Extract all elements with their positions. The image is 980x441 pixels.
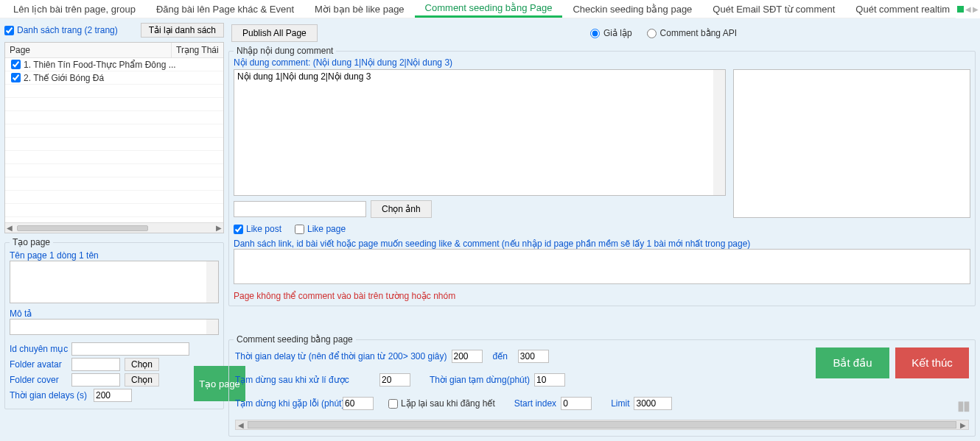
category-input[interactable] — [71, 342, 189, 356]
comment-input-group: Nhập nội dung comment Nội dung comment: … — [228, 51, 976, 306]
comment-content-label: Nội dung comment: (Nội dung 1|Nội dung 2… — [234, 57, 970, 68]
radio-fake[interactable]: Giả lập — [590, 28, 632, 38]
page-list-checkbox-input[interactable] — [4, 26, 14, 35]
pause-duration-label: Thời gian tạm dừng(phút) — [430, 375, 530, 385]
col-page[interactable]: Page — [5, 43, 172, 57]
tab-schedule-post[interactable]: Lên lịch bài trên page, group — [3, 0, 146, 18]
create-page-group: Tạo page Tên page 1 dòng 1 tên Mô tả Id … — [4, 242, 224, 409]
table-row[interactable]: 2. Thế Giới Bóng Đá — [5, 71, 223, 85]
choose-cover-button[interactable]: Chọn — [125, 373, 159, 387]
radio-api-label: Comment bằng API — [660, 28, 737, 38]
pause-duration-input[interactable] — [534, 373, 565, 387]
folder-cover-input[interactable] — [71, 373, 120, 387]
comment-content-textarea[interactable] — [234, 69, 726, 196]
image-preview-box — [733, 69, 970, 218]
seeding-settings-legend: Comment seeding bằng page — [234, 334, 356, 345]
start-index-label: Start index — [514, 398, 556, 409]
create-page-legend: Tạo page — [10, 237, 53, 247]
row-checkbox[interactable] — [11, 73, 21, 82]
repeat-label: Lặp lại sau khi đăng hết — [401, 398, 495, 409]
radio-api[interactable]: Comment bằng API — [647, 28, 737, 38]
choose-image-button[interactable]: Chọn ảnh — [371, 200, 432, 218]
seeding-settings-group: Comment seeding bằng page Thời gian dela… — [228, 339, 976, 437]
row-checkbox[interactable] — [11, 60, 21, 69]
choose-avatar-button[interactable]: Chọn — [125, 358, 159, 371]
repeat-checkbox[interactable]: Lặp lại sau khi đăng hết — [388, 398, 495, 409]
hscroll-left-icon[interactable]: ◀ — [5, 224, 14, 232]
page-list-checkbox[interactable]: Danh sách trang (2 trang) — [4, 25, 118, 35]
page-list-checkbox-label: Danh sách trang (2 trang) — [17, 25, 118, 35]
radio-api-input[interactable] — [647, 29, 657, 38]
like-page-checkbox-input[interactable] — [295, 225, 304, 234]
delay-to-word: đến — [493, 351, 508, 361]
create-delay-input[interactable] — [94, 389, 132, 402]
pause-error-label: Tạm dừng khi gặp lỗi (phút) — [235, 398, 338, 409]
pause-after-label: Tạm dừng sau khi xử lí được — [235, 375, 375, 385]
folder-avatar-input[interactable] — [71, 358, 120, 371]
page-list-header: Page Trạng Thái — [5, 43, 223, 58]
tabs-overflow: ◀ ▶ — [956, 0, 980, 18]
publish-all-button[interactable]: Publish All Page — [231, 24, 318, 42]
like-page-checkbox[interactable]: Like page — [295, 224, 346, 234]
limit-label: Limit — [611, 398, 629, 409]
hscroll-right-icon[interactable]: ▶ — [214, 224, 223, 232]
tab-post-other-page[interactable]: Đăng bài lên Page khác & Event — [146, 0, 304, 18]
radio-fake-input[interactable] — [590, 29, 600, 38]
limit-input[interactable] — [634, 397, 672, 410]
link-list-textarea[interactable] — [234, 249, 970, 284]
desc-textarea[interactable] — [10, 319, 219, 335]
like-post-checkbox-input[interactable] — [234, 225, 243, 234]
footer-hscroll-thumb[interactable] — [248, 421, 956, 428]
pause-icon: ▮▮ — [957, 398, 969, 414]
stop-button[interactable]: Kết thúc — [895, 347, 969, 378]
link-list-label: Danh sách link, id bài viết hoặc page mu… — [234, 239, 970, 249]
pause-error-input[interactable] — [343, 397, 374, 410]
image-path-input[interactable] — [234, 201, 366, 217]
start-index-input[interactable] — [561, 397, 592, 410]
pause-after-input[interactable] — [379, 373, 410, 387]
page-list-table: Page Trạng Thái 1. Thiên Tín Food-Thực P… — [4, 42, 224, 233]
footer-hscroll-left-icon[interactable]: ◀ — [236, 421, 246, 429]
folder-avatar-label: Folder avatar — [10, 359, 67, 370]
page-name-label: Tên page 1 dòng 1 tên — [10, 250, 219, 261]
tab-comment-seeding[interactable]: Comment seeding bằng Page — [415, 0, 563, 18]
footer-hscroll-right-icon[interactable]: ▶ — [958, 421, 968, 429]
row-page-name: 1. Thiên Tín Food-Thực Phẩm Đông ... — [24, 60, 176, 70]
comment-input-legend: Nhập nội dung comment — [234, 46, 336, 56]
row-page-name: 2. Thế Giới Bóng Đá — [24, 73, 104, 83]
like-page-label: Like page — [307, 224, 346, 234]
page-name-textarea[interactable] — [10, 261, 219, 303]
tab-scan-email[interactable]: Quét Email SĐT từ comment — [702, 0, 845, 18]
like-post-checkbox[interactable]: Like post — [234, 224, 281, 234]
comment-warning: Page không thể comment vào bài trên tườn… — [234, 291, 970, 301]
folder-cover-label: Folder cover — [10, 375, 67, 385]
create-delay-label: Thời gian delays (s) — [10, 390, 89, 401]
tab-checkin-seeding[interactable]: Checkin seeding bằng page — [562, 0, 702, 18]
radio-fake-label: Giả lập — [603, 28, 632, 38]
repeat-checkbox-input[interactable] — [388, 399, 398, 409]
delay-from-input[interactable] — [452, 350, 483, 363]
page-list-hscrollbar[interactable]: ◀ ▶ — [5, 222, 223, 233]
tab-scroll-right-icon[interactable]: ▶ — [973, 6, 979, 13]
delay-to-input[interactable] — [518, 350, 549, 363]
main-tabs: Lên lịch bài trên page, group Đăng bài l… — [0, 0, 980, 18]
col-status[interactable]: Trạng Thái — [172, 43, 223, 57]
footer-hscrollbar[interactable]: ◀ ▶ — [235, 420, 969, 430]
table-row[interactable]: 1. Thiên Tín Food-Thực Phẩm Đông ... — [5, 58, 223, 71]
tab-scroll-left-icon[interactable]: ◀ — [965, 6, 971, 13]
start-button[interactable]: Bắt đầu — [816, 347, 889, 378]
like-post-label: Like post — [246, 224, 281, 234]
reload-page-list-button[interactable]: Tải lại danh sách — [141, 23, 224, 38]
desc-label: Mô tả — [10, 308, 219, 319]
delay-range-label: Thời gian delay từ (nên để thời gian từ … — [235, 351, 447, 361]
category-label: Id chuyên mục — [10, 344, 67, 354]
tab-overflow-indicator-icon — [957, 6, 964, 13]
tab-scan-comment[interactable]: Quét comment realtim — [845, 0, 960, 18]
hscroll-thumb[interactable] — [17, 225, 148, 231]
tab-invite-like[interactable]: Mời bạn bè like page — [304, 0, 415, 18]
